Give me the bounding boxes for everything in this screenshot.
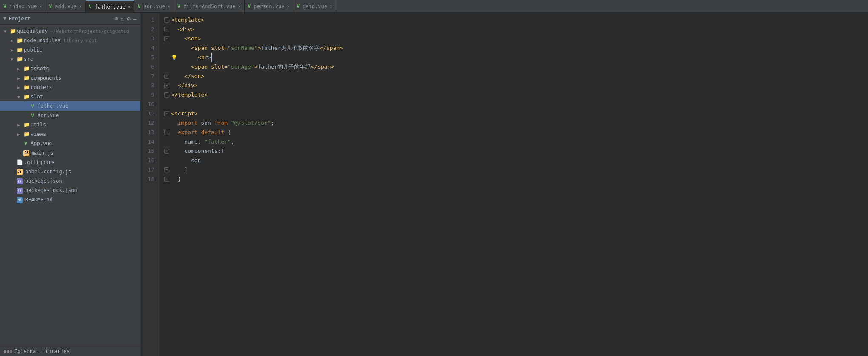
fold-icon-3[interactable]: − bbox=[164, 36, 169, 41]
sidebar-item-public[interactable]: ▶ 📁 public bbox=[0, 45, 140, 55]
sidebar-item-son-vue[interactable]: V son.vue bbox=[0, 111, 140, 120]
sidebar-item-package-json[interactable]: {} package.json bbox=[0, 176, 140, 186]
editor-content: 1 2 3 4 5 6 7 8 9 10 11 12 13 14 15 16 1… bbox=[140, 13, 868, 356]
sidebar-item-guigustudy[interactable]: ▼ 📁 guigustudy ~/WebstormProjects/guigus… bbox=[0, 26, 140, 36]
code-token bbox=[171, 62, 191, 72]
sidebar: ▼ Project ⊕ ⇅ ⚙ — ▼ 📁 guigustudy ~/Webst… bbox=[0, 13, 140, 356]
collapse-icon[interactable]: ⇅ bbox=[121, 15, 124, 22]
file-icon: 📄 bbox=[15, 159, 24, 165]
line-num-15: 15 bbox=[140, 146, 159, 156]
tab-label: father.vue bbox=[95, 4, 126, 10]
sidebar-item-gitignore[interactable]: 📄 .gitignore bbox=[0, 158, 140, 167]
tab-add[interactable]: V add.vue ✕ bbox=[46, 0, 86, 12]
expand-icon: ▼ bbox=[15, 95, 22, 99]
sidebar-item-babel-config[interactable]: JS babel.config.js bbox=[0, 167, 140, 176]
sidebar-item-app-vue[interactable]: V App.vue bbox=[0, 139, 140, 148]
sidebar-item-components[interactable]: ▶ 📁 components bbox=[0, 73, 140, 83]
item-label: son.vue bbox=[37, 112, 59, 118]
code-token bbox=[211, 118, 214, 128]
fold-icon-8[interactable]: − bbox=[164, 83, 169, 88]
close-icon[interactable]: ✕ bbox=[40, 4, 42, 9]
tab-index[interactable]: V index.vue ✕ bbox=[0, 0, 46, 12]
fold-icon-18[interactable]: − bbox=[164, 177, 169, 182]
close-icon[interactable]: ✕ bbox=[330, 4, 332, 9]
code-line-15: − components:[ bbox=[164, 146, 868, 156]
json-file-icon: {} bbox=[15, 178, 24, 184]
sidebar-item-src[interactable]: ▼ 📁 src bbox=[0, 55, 140, 64]
code-token: = bbox=[224, 43, 228, 53]
fold-icon-15[interactable]: − bbox=[164, 149, 169, 154]
code-token: <script> bbox=[171, 109, 198, 118]
expand-icon: ▶ bbox=[9, 38, 15, 43]
expand-icon: ▼ bbox=[2, 29, 9, 34]
vue-icon: V bbox=[177, 3, 180, 9]
tab-person[interactable]: V person.vue ✕ bbox=[245, 0, 294, 12]
item-label: public bbox=[24, 47, 42, 53]
tab-son[interactable]: V son.vue ✕ bbox=[134, 0, 174, 12]
bar-chart-icon: ▮▮▮ bbox=[3, 348, 13, 354]
sidebar-item-slot[interactable]: ▼ 📁 slot bbox=[0, 92, 140, 101]
code-line-12: import son from "@/slot/son" ; bbox=[164, 118, 868, 128]
fold-icon-7[interactable]: − bbox=[164, 74, 169, 79]
sidebar-item-routers[interactable]: ▶ 📁 routers bbox=[0, 83, 140, 92]
fold-icon-17[interactable]: − bbox=[164, 167, 169, 172]
tab-father[interactable]: V father.vue ✕ bbox=[86, 0, 134, 12]
tab-filterandsort[interactable]: V filterAndSort.vue ✕ bbox=[174, 0, 244, 12]
item-label: babel.config.js bbox=[25, 169, 71, 175]
bulb-icon[interactable]: 💡 bbox=[171, 55, 177, 60]
tab-bar: V index.vue ✕ V add.vue ✕ V father.vue ✕… bbox=[0, 0, 868, 13]
close-icon[interactable]: ✕ bbox=[79, 4, 82, 9]
settings-icon[interactable]: ⚙ bbox=[127, 15, 130, 22]
close-icon[interactable]: ✕ bbox=[128, 4, 131, 9]
code-line-8: − </div> bbox=[164, 81, 868, 90]
close-icon[interactable]: ✕ bbox=[168, 4, 170, 9]
vue-icon: V bbox=[138, 3, 141, 9]
code-line-11: − <script> bbox=[164, 109, 868, 118]
fold-icon-13[interactable]: − bbox=[164, 130, 169, 135]
vue-file-icon: V bbox=[29, 103, 37, 109]
item-label: father.vue bbox=[37, 103, 68, 109]
sidebar-item-node_modules[interactable]: ▶ 📁 node_modules library root bbox=[0, 36, 140, 45]
code-token bbox=[228, 118, 231, 128]
external-libraries-label: External Libraries bbox=[14, 348, 70, 354]
code-lines[interactable]: − <template> − <div> − <son> bbox=[159, 13, 868, 356]
folder-icon: 📁 bbox=[22, 122, 31, 128]
fold-icon-9[interactable]: − bbox=[164, 92, 169, 98]
code-token bbox=[178, 53, 198, 62]
tab-label: demo.vue bbox=[303, 3, 327, 9]
code-line-7: − </son> bbox=[164, 72, 868, 81]
code-token bbox=[171, 137, 184, 146]
main-area: ▼ Project ⊕ ⇅ ⚙ — ▼ 📁 guigustudy ~/Webst… bbox=[0, 13, 868, 356]
code-token bbox=[171, 156, 191, 165]
code-token: "sonName" bbox=[228, 43, 257, 53]
line-num-10: 10 bbox=[140, 100, 159, 109]
sidebar-item-father-vue[interactable]: V father.vue bbox=[0, 101, 140, 111]
item-label: App.vue bbox=[31, 141, 52, 146]
code-line-10 bbox=[164, 100, 868, 109]
fold-icon-2[interactable]: − bbox=[164, 27, 169, 32]
tab-demo[interactable]: V demo.vue ✕ bbox=[293, 0, 336, 12]
add-icon[interactable]: ⊕ bbox=[114, 15, 118, 22]
sidebar-item-utils[interactable]: ▶ 📁 utils bbox=[0, 120, 140, 129]
minimize-icon[interactable]: — bbox=[133, 15, 137, 22]
fold-icon-1[interactable]: − bbox=[164, 17, 169, 23]
sidebar-item-main-js[interactable]: JS main.js bbox=[0, 148, 140, 158]
vue-icon: V bbox=[3, 3, 6, 9]
code-token: </son> bbox=[184, 72, 204, 81]
sidebar-item-package-lock[interactable]: {} package-lock.json bbox=[0, 186, 140, 195]
sidebar-item-assets[interactable]: ▶ 📁 assets bbox=[0, 64, 140, 73]
expand-icon: ▼ bbox=[9, 57, 15, 62]
sidebar-item-readme[interactable]: MD README.md bbox=[0, 195, 140, 204]
code-token: ; bbox=[271, 118, 274, 128]
external-libraries[interactable]: ▮▮▮ External Libraries bbox=[0, 346, 140, 356]
code-token: son bbox=[201, 118, 211, 128]
line-num-5: 5 bbox=[140, 53, 159, 62]
code-token bbox=[171, 25, 178, 34]
close-icon[interactable]: ✕ bbox=[287, 4, 289, 9]
close-icon[interactable]: ✕ bbox=[238, 4, 241, 9]
folder-icon: 📁 bbox=[22, 131, 31, 137]
tab-label: son.vue bbox=[143, 3, 165, 9]
code-token: > bbox=[208, 53, 212, 62]
sidebar-item-views[interactable]: ▶ 📁 views bbox=[0, 129, 140, 139]
fold-icon-11[interactable]: − bbox=[164, 111, 169, 116]
